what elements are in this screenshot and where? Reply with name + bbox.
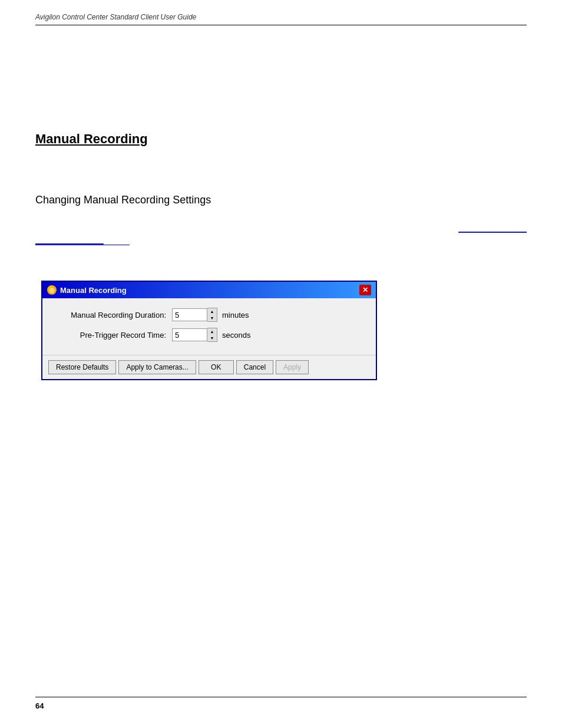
duration-spinner-buttons[interactable]: ▲ ▼ bbox=[207, 308, 217, 322]
sub-link[interactable]: ________________ bbox=[35, 236, 130, 245]
dialog-titlebar: ◎ Manual Recording ✕ bbox=[42, 282, 376, 298]
pretrigger-label: Pre-Trigger Record Time: bbox=[54, 331, 172, 340]
pretrigger-spinner[interactable]: ▲ ▼ bbox=[172, 328, 217, 342]
dialog-title-text: Manual Recording bbox=[60, 286, 127, 295]
pretrigger-down-button[interactable]: ▼ bbox=[207, 335, 217, 341]
duration-input[interactable] bbox=[172, 308, 207, 321]
dialog-title-icon: ◎ bbox=[47, 285, 57, 295]
top-link[interactable]: ________________ bbox=[458, 224, 527, 233]
dialog-container: ◎ Manual Recording ✕ Manual Recording Du… bbox=[41, 281, 377, 380]
duration-label: Manual Recording Duration: bbox=[54, 311, 172, 319]
restore-defaults-button[interactable]: Restore Defaults bbox=[48, 360, 116, 374]
page-footer: 64 bbox=[35, 697, 527, 710]
ok-button[interactable]: OK bbox=[199, 360, 234, 374]
duration-unit: minutes bbox=[222, 311, 249, 319]
main-heading: Manual Recording bbox=[35, 131, 527, 147]
pretrigger-input[interactable] bbox=[172, 328, 207, 341]
duration-down-button[interactable]: ▼ bbox=[207, 315, 217, 321]
duration-spinner[interactable]: ▲ ▼ bbox=[172, 308, 217, 322]
manual-recording-dialog: ◎ Manual Recording ✕ Manual Recording Du… bbox=[41, 281, 377, 380]
header-title: Avigilon Control Center Standard Client … bbox=[35, 13, 196, 21]
sub-heading: Changing Manual Recording Settings bbox=[35, 194, 527, 206]
page-number: 64 bbox=[35, 701, 44, 710]
dialog-footer: Restore Defaults Apply to Cameras... OK … bbox=[42, 355, 376, 379]
pretrigger-row: Pre-Trigger Record Time: ▲ ▼ seconds bbox=[54, 328, 364, 342]
dialog-content: Manual Recording Duration: ▲ ▼ minutes P… bbox=[42, 298, 376, 355]
page-header: Avigilon Control Center Standard Client … bbox=[35, 12, 527, 25]
pretrigger-spinner-buttons[interactable]: ▲ ▼ bbox=[207, 328, 217, 342]
duration-up-button[interactable]: ▲ bbox=[207, 308, 217, 315]
dialog-close-button[interactable]: ✕ bbox=[359, 285, 371, 295]
pretrigger-up-button[interactable]: ▲ bbox=[207, 328, 217, 335]
cancel-button[interactable]: Cancel bbox=[236, 360, 273, 374]
duration-row: Manual Recording Duration: ▲ ▼ minutes bbox=[54, 308, 364, 322]
pretrigger-unit: seconds bbox=[222, 331, 250, 340]
apply-button[interactable]: Apply bbox=[276, 360, 309, 374]
apply-to-cameras-button[interactable]: Apply to Cameras... bbox=[118, 360, 196, 374]
dialog-titlebar-left: ◎ Manual Recording bbox=[47, 285, 127, 295]
